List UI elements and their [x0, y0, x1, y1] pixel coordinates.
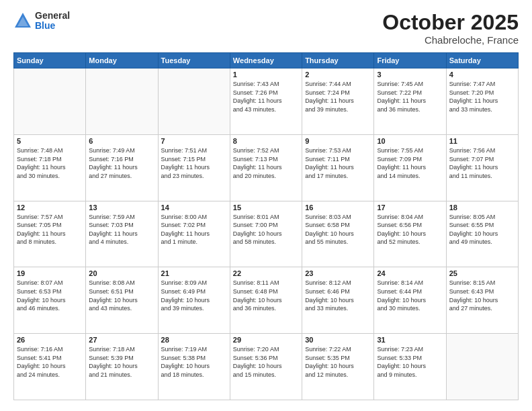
table-row: 15Sunrise: 8:01 AM Sunset: 7:00 PM Dayli…	[230, 201, 302, 267]
day-info: Sunrise: 8:01 AM Sunset: 7:00 PM Dayligh…	[233, 213, 299, 246]
day-number: 17	[377, 203, 443, 212]
calendar-week-row: 1Sunrise: 7:43 AM Sunset: 7:26 PM Daylig…	[14, 68, 519, 135]
day-info: Sunrise: 7:59 AM Sunset: 7:03 PM Dayligh…	[89, 213, 154, 246]
day-info: Sunrise: 7:52 AM Sunset: 7:13 PM Dayligh…	[233, 146, 299, 180]
day-number: 14	[161, 203, 227, 212]
day-number: 3	[377, 71, 443, 79]
day-number: 10	[377, 137, 443, 145]
logo-text: General Blue	[35, 11, 70, 32]
day-number: 21	[161, 269, 227, 277]
table-row: 1Sunrise: 7:43 AM Sunset: 7:26 PM Daylig…	[230, 68, 302, 135]
table-row: 18Sunrise: 8:05 AM Sunset: 6:55 PM Dayli…	[446, 201, 518, 267]
day-number: 1	[233, 71, 299, 79]
table-row: 17Sunrise: 8:04 AM Sunset: 6:56 PM Dayli…	[374, 201, 446, 267]
table-row: 27Sunrise: 7:18 AM Sunset: 5:39 PM Dayli…	[86, 334, 158, 400]
table-row: 22Sunrise: 8:11 AM Sunset: 6:48 PM Dayli…	[230, 267, 302, 334]
header-monday: Monday	[86, 53, 158, 68]
table-row: 19Sunrise: 8:07 AM Sunset: 6:53 PM Dayli…	[14, 267, 86, 334]
day-info: Sunrise: 7:19 AM Sunset: 5:38 PM Dayligh…	[161, 345, 227, 379]
day-info: Sunrise: 7:48 AM Sunset: 7:18 PM Dayligh…	[17, 146, 83, 180]
table-row: 12Sunrise: 7:57 AM Sunset: 7:05 PM Dayli…	[14, 201, 86, 267]
day-number: 11	[449, 137, 515, 145]
day-info: Sunrise: 8:11 AM Sunset: 6:48 PM Dayligh…	[233, 279, 299, 312]
table-row: 11Sunrise: 7:56 AM Sunset: 7:07 PM Dayli…	[446, 134, 518, 201]
table-row	[158, 68, 230, 135]
table-row: 13Sunrise: 7:59 AM Sunset: 7:03 PM Dayli…	[86, 201, 158, 267]
table-row: 5Sunrise: 7:48 AM Sunset: 7:18 PM Daylig…	[14, 134, 86, 201]
day-info: Sunrise: 8:08 AM Sunset: 6:51 PM Dayligh…	[89, 279, 154, 312]
page: General Blue October 2025 Chabreloche, F…	[0, 0, 532, 411]
day-info: Sunrise: 7:45 AM Sunset: 7:22 PM Dayligh…	[377, 80, 443, 113]
table-row	[446, 334, 518, 400]
header-wednesday: Wednesday	[230, 53, 302, 68]
day-info: Sunrise: 8:03 AM Sunset: 6:58 PM Dayligh…	[305, 213, 371, 246]
month-title: October 2025	[382, 11, 519, 34]
calendar-week-row: 12Sunrise: 7:57 AM Sunset: 7:05 PM Dayli…	[14, 201, 519, 267]
day-info: Sunrise: 7:23 AM Sunset: 5:33 PM Dayligh…	[377, 345, 443, 379]
logo-blue-label: Blue	[35, 21, 70, 31]
table-row: 23Sunrise: 8:12 AM Sunset: 6:46 PM Dayli…	[302, 267, 374, 334]
day-number: 16	[305, 203, 371, 212]
table-row: 30Sunrise: 7:22 AM Sunset: 5:35 PM Dayli…	[302, 334, 374, 400]
day-info: Sunrise: 7:43 AM Sunset: 7:26 PM Dayligh…	[233, 80, 299, 113]
day-info: Sunrise: 7:56 AM Sunset: 7:07 PM Dayligh…	[449, 146, 515, 180]
day-number: 18	[449, 203, 515, 212]
day-number: 20	[89, 269, 154, 277]
header-saturday: Saturday	[446, 53, 518, 68]
day-number: 19	[17, 269, 83, 277]
day-info: Sunrise: 7:57 AM Sunset: 7:05 PM Dayligh…	[17, 213, 83, 246]
day-number: 23	[305, 269, 371, 277]
day-number: 9	[305, 137, 371, 145]
logo: General Blue	[13, 11, 70, 32]
calendar-week-row: 5Sunrise: 7:48 AM Sunset: 7:18 PM Daylig…	[14, 134, 519, 201]
day-number: 31	[377, 336, 443, 344]
day-info: Sunrise: 7:20 AM Sunset: 5:36 PM Dayligh…	[233, 345, 299, 379]
day-number: 4	[449, 71, 515, 79]
day-info: Sunrise: 7:47 AM Sunset: 7:20 PM Dayligh…	[449, 80, 515, 113]
table-row: 28Sunrise: 7:19 AM Sunset: 5:38 PM Dayli…	[158, 334, 230, 400]
table-row	[14, 68, 86, 135]
day-info: Sunrise: 8:14 AM Sunset: 6:44 PM Dayligh…	[377, 279, 443, 312]
table-row: 4Sunrise: 7:47 AM Sunset: 7:20 PM Daylig…	[446, 68, 518, 135]
calendar-week-row: 19Sunrise: 8:07 AM Sunset: 6:53 PM Dayli…	[14, 267, 519, 334]
day-info: Sunrise: 8:00 AM Sunset: 7:02 PM Dayligh…	[161, 213, 227, 246]
calendar-table: Sunday Monday Tuesday Wednesday Thursday…	[13, 52, 519, 400]
header-friday: Friday	[374, 53, 446, 68]
day-info: Sunrise: 8:15 AM Sunset: 6:43 PM Dayligh…	[449, 279, 515, 312]
table-row: 8Sunrise: 7:52 AM Sunset: 7:13 PM Daylig…	[230, 134, 302, 201]
day-number: 13	[89, 203, 154, 212]
header-thursday: Thursday	[302, 53, 374, 68]
day-info: Sunrise: 8:05 AM Sunset: 6:55 PM Dayligh…	[449, 213, 515, 246]
table-row: 24Sunrise: 8:14 AM Sunset: 6:44 PM Dayli…	[374, 267, 446, 334]
table-row: 10Sunrise: 7:55 AM Sunset: 7:09 PM Dayli…	[374, 134, 446, 201]
table-row: 14Sunrise: 8:00 AM Sunset: 7:02 PM Dayli…	[158, 201, 230, 267]
title-block: October 2025 Chabreloche, France	[382, 11, 519, 46]
day-number: 5	[17, 137, 83, 145]
day-number: 28	[161, 336, 227, 344]
day-number: 12	[17, 203, 83, 212]
day-number: 8	[233, 137, 299, 145]
calendar-week-row: 26Sunrise: 7:16 AM Sunset: 5:41 PM Dayli…	[14, 334, 519, 400]
table-row: 16Sunrise: 8:03 AM Sunset: 6:58 PM Dayli…	[302, 201, 374, 267]
location-title: Chabreloche, France	[382, 34, 519, 46]
day-number: 30	[305, 336, 371, 344]
table-row: 31Sunrise: 7:23 AM Sunset: 5:33 PM Dayli…	[374, 334, 446, 400]
day-number: 29	[233, 336, 299, 344]
day-info: Sunrise: 7:49 AM Sunset: 7:16 PM Dayligh…	[89, 146, 154, 180]
table-row: 21Sunrise: 8:09 AM Sunset: 6:49 PM Dayli…	[158, 267, 230, 334]
day-info: Sunrise: 8:04 AM Sunset: 6:56 PM Dayligh…	[377, 213, 443, 246]
day-info: Sunrise: 7:51 AM Sunset: 7:15 PM Dayligh…	[161, 146, 227, 180]
day-info: Sunrise: 7:16 AM Sunset: 5:41 PM Dayligh…	[17, 345, 83, 379]
day-info: Sunrise: 8:07 AM Sunset: 6:53 PM Dayligh…	[17, 279, 83, 312]
table-row: 20Sunrise: 8:08 AM Sunset: 6:51 PM Dayli…	[86, 267, 158, 334]
table-row: 29Sunrise: 7:20 AM Sunset: 5:36 PM Dayli…	[230, 334, 302, 400]
header-tuesday: Tuesday	[158, 53, 230, 68]
day-number: 25	[449, 269, 515, 277]
table-row: 9Sunrise: 7:53 AM Sunset: 7:11 PM Daylig…	[302, 134, 374, 201]
day-number: 7	[161, 137, 227, 145]
table-row: 26Sunrise: 7:16 AM Sunset: 5:41 PM Dayli…	[14, 334, 86, 400]
table-row	[86, 68, 158, 135]
day-number: 2	[305, 71, 371, 79]
day-info: Sunrise: 8:12 AM Sunset: 6:46 PM Dayligh…	[305, 279, 371, 312]
table-row: 7Sunrise: 7:51 AM Sunset: 7:15 PM Daylig…	[158, 134, 230, 201]
